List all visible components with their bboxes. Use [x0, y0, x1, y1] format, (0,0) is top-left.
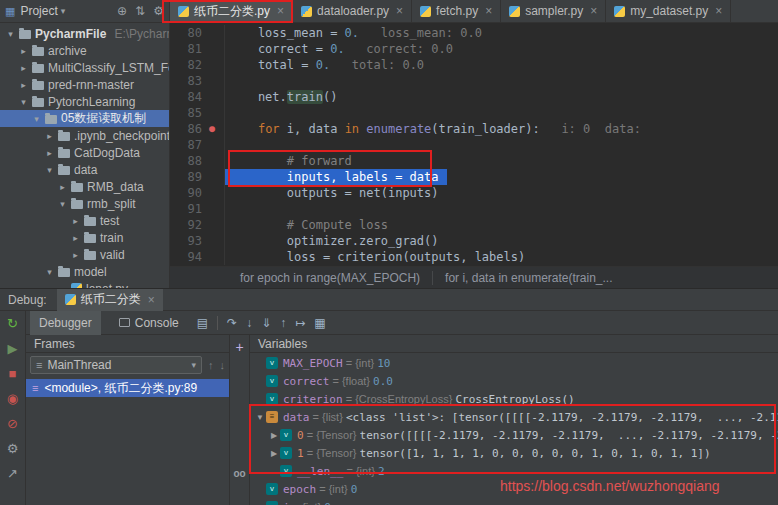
thread-selector[interactable]: ≡ MainThread ▾ [30, 356, 202, 374]
tree-item-8[interactable]: ▾data [0, 161, 169, 178]
tree-item-13[interactable]: ▸valid [0, 246, 169, 263]
tree-item-9[interactable]: ▸RMB_data [0, 178, 169, 195]
code-line-90[interactable]: 90 outputs = net(inputs) [170, 185, 778, 201]
gutter-line-82[interactable]: 82 [170, 57, 225, 73]
pin-icon[interactable]: ↗ [5, 466, 21, 482]
breakpoint-slot[interactable] [202, 25, 222, 41]
line-number[interactable]: 83 [170, 73, 202, 89]
watches-glasses-icon[interactable]: oo [233, 468, 245, 479]
force-step-into-icon[interactable]: ⇓ [261, 317, 271, 329]
breakpoint-slot[interactable] [202, 217, 222, 233]
close-tab-icon[interactable]: × [715, 4, 722, 18]
close-tab-icon[interactable]: × [277, 4, 284, 18]
previous-frame-icon[interactable]: ↑ [208, 359, 214, 371]
tree-chevron-icon[interactable]: ▾ [58, 199, 67, 209]
code-line-92[interactable]: 92 # Compute loss [170, 217, 778, 233]
frame-item-0[interactable]: ≡<module>, 纸币二分类.py:89 [26, 379, 229, 397]
code-line-94[interactable]: 94 loss = criterion(outputs, labels) [170, 249, 778, 265]
code-editor[interactable]: 80 loss_mean = 0. loss_mean: 0.081 corre… [170, 23, 778, 288]
tree-chevron-icon[interactable]: ▸ [19, 46, 28, 56]
tree-item-10[interactable]: ▾rmb_split [0, 195, 169, 212]
gutter-line-87[interactable]: 87 [170, 137, 225, 153]
tree-chevron-icon[interactable]: ▸ [45, 148, 54, 158]
variable-row-i[interactable]: vi = {int} 0 [250, 498, 778, 505]
gutter-line-83[interactable]: 83 [170, 73, 225, 89]
step-over-icon[interactable]: ↷ [227, 317, 237, 329]
code-line-80[interactable]: 80 loss_mean = 0. loss_mean: 0.0 [170, 25, 778, 41]
variable-row-__len__[interactable]: v__len__ = {int} 2 [250, 462, 778, 480]
project-dropdown[interactable]: Project ▾ [20, 4, 65, 18]
editor-tab-3[interactable]: fetch.py× [412, 0, 501, 22]
code-line-84[interactable]: 84 net.train() [170, 89, 778, 105]
code-line-89[interactable]: 89 inputs, labels = data [170, 169, 778, 185]
breakpoint-slot[interactable] [202, 201, 222, 217]
breakpoint-slot[interactable] [202, 41, 222, 57]
tree-item-4[interactable]: ▾PytorchLearning [0, 93, 169, 110]
tree-chevron-icon[interactable]: ▸ [71, 216, 80, 226]
breakpoint-slot[interactable] [202, 249, 222, 265]
breakpoint-slot[interactable] [202, 137, 222, 153]
view-breakpoints-icon[interactable]: ◉ [5, 391, 21, 407]
rerun-icon[interactable]: ↻ [5, 316, 21, 332]
gutter-line-88[interactable]: 88 [170, 153, 225, 169]
close-tab-icon[interactable]: × [485, 4, 492, 18]
gutter-line-81[interactable]: 81 [170, 41, 225, 57]
line-number[interactable]: 92 [170, 217, 202, 233]
breadcrumb-inner-loop[interactable]: for i, data in enumerate(train_... [433, 271, 624, 285]
tree-chevron-icon[interactable]: ▸ [19, 63, 28, 73]
line-number[interactable]: 89 [170, 169, 202, 185]
code-line-81[interactable]: 81 correct = 0. correct: 0.0 [170, 41, 778, 57]
tree-chevron-icon[interactable]: ▾ [6, 29, 15, 39]
tab-debugger[interactable]: Debugger [30, 311, 101, 335]
line-number[interactable]: 80 [170, 25, 202, 41]
breakpoint-icon[interactable]: ● [202, 121, 222, 137]
tree-item-11[interactable]: ▸test [0, 212, 169, 229]
variable-row-data[interactable]: ▼≡data = {list} <class 'list'>: [tensor(… [250, 408, 778, 426]
gutter-line-94[interactable]: 94 [170, 249, 225, 265]
breakpoint-slot[interactable] [202, 233, 222, 249]
gutter-line-86[interactable]: 86● [170, 121, 225, 137]
tree-item-15[interactable]: lenet.py [0, 280, 169, 288]
tree-chevron-icon[interactable]: ▸ [19, 80, 28, 90]
tree-chevron-icon[interactable]: ▾ [19, 97, 28, 107]
collapse-all-icon[interactable]: ⇅ [135, 5, 145, 17]
variable-chevron-icon[interactable]: ▶ [268, 431, 280, 440]
variable-chevron-icon[interactable]: ▶ [268, 449, 280, 458]
code-line-82[interactable]: 82 total = 0. total: 0.0 [170, 57, 778, 73]
tree-item-14[interactable]: ▾model [0, 263, 169, 280]
project-tool-window-icon[interactable]: ▦ [5, 5, 15, 18]
gutter-line-80[interactable]: 80 [170, 25, 225, 41]
tree-item-2[interactable]: ▸MultiClassify_LSTM_ForChine [0, 59, 169, 76]
code-line-86[interactable]: 86● for i, data in enumerate(train_loade… [170, 121, 778, 137]
gutter-line-84[interactable]: 84 [170, 89, 225, 105]
line-number[interactable]: 86 [170, 121, 202, 137]
tree-item-6[interactable]: ▸.ipynb_checkpoints [0, 127, 169, 144]
breakpoint-slot[interactable] [202, 89, 222, 105]
gutter-line-89[interactable]: 89 [170, 169, 225, 185]
tree-item-7[interactable]: ▸CatDogData [0, 144, 169, 161]
add-watch-icon[interactable]: + [235, 340, 243, 354]
line-number[interactable]: 90 [170, 185, 202, 201]
gutter-line-85[interactable]: 85 [170, 105, 225, 121]
line-number[interactable]: 91 [170, 201, 202, 217]
line-number[interactable]: 82 [170, 57, 202, 73]
breakpoint-slot[interactable] [202, 153, 222, 169]
editor-tab-4[interactable]: sampler.py× [501, 0, 606, 22]
variable-row-epoch[interactable]: vepoch = {int} 0 [250, 480, 778, 498]
variable-row-criterion[interactable]: vcriterion = {CrossEntropyLoss} CrossEnt… [250, 390, 778, 408]
code-line-91[interactable]: 91 [170, 201, 778, 217]
gutter-line-93[interactable]: 93 [170, 233, 225, 249]
breakpoint-slot[interactable] [202, 105, 222, 121]
editor-tab-1[interactable]: 纸币二分类.py× [170, 0, 293, 22]
debug-settings-icon[interactable]: ⚙ [5, 441, 21, 457]
tree-chevron-icon[interactable]: ▸ [58, 182, 67, 192]
stop-icon[interactable]: ■ [5, 366, 21, 382]
step-into-icon[interactable]: ↓ [246, 317, 252, 329]
tree-item-3[interactable]: ▸pred-rnn-master [0, 76, 169, 93]
editor-tab-2[interactable]: dataloader.py× [293, 0, 412, 22]
tree-item-12[interactable]: ▸train [0, 229, 169, 246]
run-to-cursor-icon[interactable]: ↦ [295, 317, 305, 329]
tree-chevron-icon[interactable]: ▾ [32, 114, 41, 124]
variable-row-0[interactable]: ▶v0 = {Tensor} tensor([[[[-2.1179, -2.11… [250, 426, 778, 444]
code-line-88[interactable]: 88 # forward [170, 153, 778, 169]
